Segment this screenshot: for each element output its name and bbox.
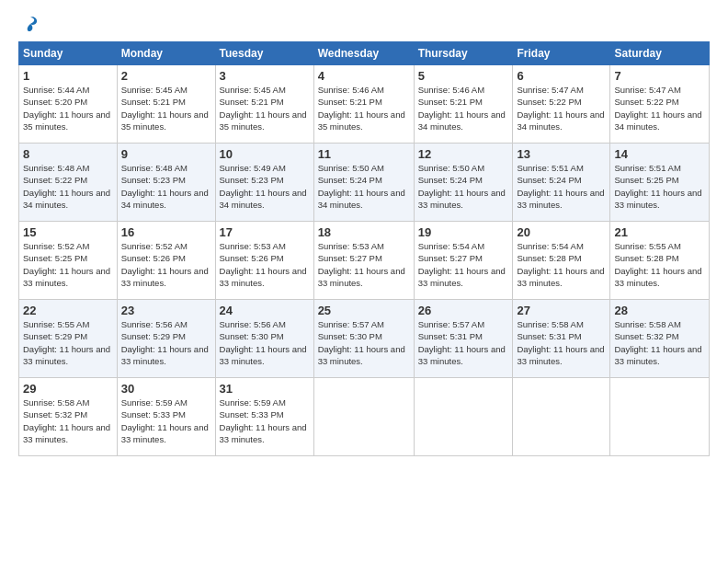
- day-cell: 24 Sunrise: 5:56 AMSunset: 5:30 PMDaylig…: [215, 300, 313, 378]
- day-detail: Sunrise: 5:57 AMSunset: 5:30 PMDaylight:…: [318, 319, 405, 366]
- empty-cell: [610, 378, 710, 456]
- day-cell: 18 Sunrise: 5:53 AMSunset: 5:27 PMDaylig…: [313, 222, 414, 300]
- day-detail: Sunrise: 5:49 AMSunset: 5:23 PMDaylight:…: [220, 163, 307, 210]
- day-cell: 29 Sunrise: 5:58 AMSunset: 5:32 PMDaylig…: [19, 378, 118, 456]
- day-cell: 15 Sunrise: 5:52 AMSunset: 5:25 PMDaylig…: [19, 222, 118, 300]
- day-detail: Sunrise: 5:45 AMSunset: 5:21 PMDaylight:…: [220, 85, 307, 132]
- day-detail: Sunrise: 5:47 AMSunset: 5:22 PMDaylight:…: [517, 85, 604, 132]
- day-number: 31: [220, 382, 310, 396]
- day-number: 2: [121, 69, 211, 83]
- day-cell: 1 Sunrise: 5:44 AMSunset: 5:20 PMDayligh…: [19, 65, 118, 144]
- day-number: 21: [614, 225, 705, 239]
- day-detail: Sunrise: 5:46 AMSunset: 5:21 PMDaylight:…: [318, 85, 405, 132]
- day-detail: Sunrise: 5:50 AMSunset: 5:24 PMDaylight:…: [318, 163, 405, 210]
- day-number: 24: [220, 304, 310, 317]
- day-number: 3: [220, 69, 310, 83]
- day-number: 12: [418, 147, 509, 161]
- day-number: 7: [614, 69, 705, 83]
- day-cell: 6 Sunrise: 5:47 AMSunset: 5:22 PMDayligh…: [513, 65, 610, 144]
- day-detail: Sunrise: 5:48 AMSunset: 5:23 PMDaylight:…: [121, 163, 209, 210]
- calendar-row: 22 Sunrise: 5:55 AMSunset: 5:29 PMDaylig…: [19, 300, 710, 378]
- day-detail: Sunrise: 5:53 AMSunset: 5:27 PMDaylight:…: [318, 241, 405, 288]
- day-detail: Sunrise: 5:53 AMSunset: 5:26 PMDaylight:…: [220, 241, 307, 288]
- day-detail: Sunrise: 5:58 AMSunset: 5:32 PMDaylight:…: [23, 397, 110, 444]
- day-number: 30: [121, 382, 211, 396]
- day-detail: Sunrise: 5:55 AMSunset: 5:28 PMDaylight:…: [614, 241, 701, 288]
- day-number: 10: [220, 147, 310, 161]
- calendar-row: 29 Sunrise: 5:58 AMSunset: 5:32 PMDaylig…: [19, 378, 710, 456]
- day-detail: Sunrise: 5:58 AMSunset: 5:31 PMDaylight:…: [517, 319, 604, 366]
- empty-cell: [313, 378, 414, 456]
- day-detail: Sunrise: 5:58 AMSunset: 5:32 PMDaylight:…: [614, 319, 701, 366]
- day-number: 4: [318, 69, 410, 83]
- day-number: 5: [418, 69, 509, 83]
- day-number: 13: [517, 147, 606, 161]
- header-wednesday: Wednesday: [313, 42, 414, 65]
- header-sunday: Sunday: [19, 42, 118, 65]
- day-cell: 7 Sunrise: 5:47 AMSunset: 5:22 PMDayligh…: [610, 65, 710, 144]
- day-cell: 9 Sunrise: 5:48 AMSunset: 5:23 PMDayligh…: [117, 144, 215, 222]
- day-cell: 8 Sunrise: 5:48 AMSunset: 5:22 PMDayligh…: [19, 144, 118, 222]
- day-cell: 19 Sunrise: 5:54 AMSunset: 5:27 PMDaylig…: [414, 222, 513, 300]
- day-cell: 30 Sunrise: 5:59 AMSunset: 5:33 PMDaylig…: [117, 378, 215, 456]
- day-detail: Sunrise: 5:46 AMSunset: 5:21 PMDaylight:…: [418, 85, 506, 132]
- day-number: 22: [23, 304, 113, 317]
- day-detail: Sunrise: 5:54 AMSunset: 5:27 PMDaylight:…: [418, 241, 506, 288]
- day-cell: 12 Sunrise: 5:50 AMSunset: 5:24 PMDaylig…: [414, 144, 513, 222]
- day-detail: Sunrise: 5:52 AMSunset: 5:26 PMDaylight:…: [121, 241, 209, 288]
- day-number: 15: [23, 225, 113, 239]
- day-detail: Sunrise: 5:51 AMSunset: 5:24 PMDaylight:…: [517, 163, 604, 210]
- calendar-row: 1 Sunrise: 5:44 AMSunset: 5:20 PMDayligh…: [19, 65, 710, 144]
- day-number: 6: [517, 69, 606, 83]
- day-cell: 3 Sunrise: 5:45 AMSunset: 5:21 PMDayligh…: [215, 65, 313, 144]
- day-number: 27: [517, 304, 606, 317]
- day-detail: Sunrise: 5:57 AMSunset: 5:31 PMDaylight:…: [418, 319, 506, 366]
- day-number: 19: [418, 225, 509, 239]
- header-thursday: Thursday: [414, 42, 513, 65]
- day-cell: 17 Sunrise: 5:53 AMSunset: 5:26 PMDaylig…: [215, 222, 313, 300]
- day-cell: 23 Sunrise: 5:56 AMSunset: 5:29 PMDaylig…: [117, 300, 215, 378]
- day-cell: 2 Sunrise: 5:45 AMSunset: 5:21 PMDayligh…: [117, 65, 215, 144]
- day-number: 20: [517, 225, 606, 239]
- logo: [18, 14, 40, 34]
- day-detail: Sunrise: 5:50 AMSunset: 5:24 PMDaylight:…: [418, 163, 506, 210]
- day-cell: 22 Sunrise: 5:55 AMSunset: 5:29 PMDaylig…: [19, 300, 118, 378]
- day-detail: Sunrise: 5:52 AMSunset: 5:25 PMDaylight:…: [23, 241, 110, 288]
- day-detail: Sunrise: 5:48 AMSunset: 5:22 PMDaylight:…: [23, 163, 110, 210]
- day-cell: 11 Sunrise: 5:50 AMSunset: 5:24 PMDaylig…: [313, 144, 414, 222]
- day-cell: 13 Sunrise: 5:51 AMSunset: 5:24 PMDaylig…: [513, 144, 610, 222]
- empty-cell: [513, 378, 610, 456]
- header-friday: Friday: [513, 42, 610, 65]
- day-detail: Sunrise: 5:51 AMSunset: 5:25 PMDaylight:…: [614, 163, 701, 210]
- header-monday: Monday: [117, 42, 215, 65]
- day-detail: Sunrise: 5:44 AMSunset: 5:20 PMDaylight:…: [23, 85, 110, 132]
- header-tuesday: Tuesday: [215, 42, 313, 65]
- day-detail: Sunrise: 5:55 AMSunset: 5:29 PMDaylight:…: [23, 319, 110, 366]
- day-cell: 20 Sunrise: 5:54 AMSunset: 5:28 PMDaylig…: [513, 222, 610, 300]
- day-number: 1: [23, 69, 113, 83]
- header: [18, 14, 710, 34]
- calendar-row: 15 Sunrise: 5:52 AMSunset: 5:25 PMDaylig…: [19, 222, 710, 300]
- day-cell: 16 Sunrise: 5:52 AMSunset: 5:26 PMDaylig…: [117, 222, 215, 300]
- header-saturday: Saturday: [610, 42, 710, 65]
- day-number: 26: [418, 304, 509, 317]
- day-cell: 10 Sunrise: 5:49 AMSunset: 5:23 PMDaylig…: [215, 144, 313, 222]
- day-number: 25: [318, 304, 410, 317]
- day-detail: Sunrise: 5:56 AMSunset: 5:29 PMDaylight:…: [121, 319, 209, 366]
- day-number: 11: [318, 147, 410, 161]
- logo-bird-icon: [20, 14, 40, 34]
- day-detail: Sunrise: 5:59 AMSunset: 5:33 PMDaylight:…: [121, 397, 209, 444]
- day-number: 18: [318, 225, 410, 239]
- empty-cell: [414, 378, 513, 456]
- day-detail: Sunrise: 5:47 AMSunset: 5:22 PMDaylight:…: [614, 85, 701, 132]
- day-number: 16: [121, 225, 211, 239]
- day-number: 28: [614, 304, 705, 317]
- day-number: 8: [23, 147, 113, 161]
- day-cell: 21 Sunrise: 5:55 AMSunset: 5:28 PMDaylig…: [610, 222, 710, 300]
- day-cell: 25 Sunrise: 5:57 AMSunset: 5:30 PMDaylig…: [313, 300, 414, 378]
- page: Sunday Monday Tuesday Wednesday Thursday…: [0, 0, 728, 465]
- day-cell: 31 Sunrise: 5:59 AMSunset: 5:33 PMDaylig…: [215, 378, 313, 456]
- calendar-table: Sunday Monday Tuesday Wednesday Thursday…: [18, 41, 710, 456]
- day-detail: Sunrise: 5:54 AMSunset: 5:28 PMDaylight:…: [517, 241, 604, 288]
- day-cell: 4 Sunrise: 5:46 AMSunset: 5:21 PMDayligh…: [313, 65, 414, 144]
